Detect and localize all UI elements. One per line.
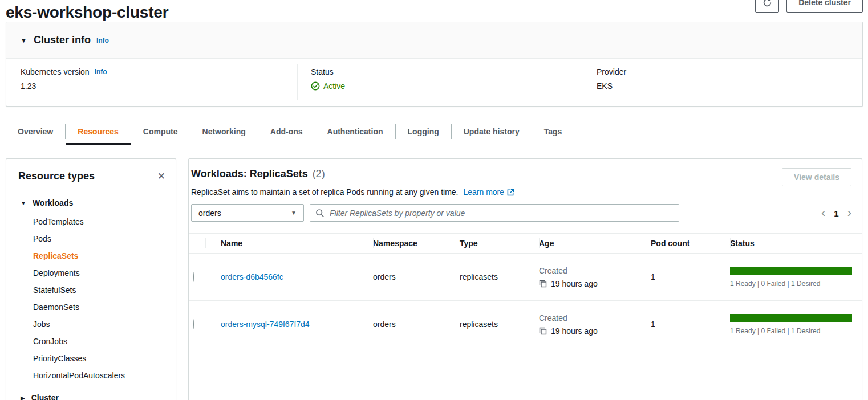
- copy-icon[interactable]: [539, 280, 547, 288]
- chevron-down-icon: ▼: [291, 210, 297, 216]
- page-title: eks-workshop-cluster: [6, 3, 168, 22]
- sidebar-item-statefulsets[interactable]: StatefulSets: [6, 281, 176, 299]
- status-field: Status Active: [311, 67, 345, 91]
- provider-label: Provider: [597, 67, 626, 76]
- chevron-right-icon[interactable]: ›: [847, 207, 851, 219]
- learn-more-link[interactable]: Learn more: [463, 187, 514, 197]
- copy-icon[interactable]: [539, 327, 547, 335]
- status-summary: 1 Ready | 0 Failed | 1 Desired: [730, 327, 852, 335]
- sidebar-item-podtemplates[interactable]: PodTemplates: [6, 213, 176, 230]
- cell-pod-count: 1: [651, 272, 730, 281]
- check-circle-icon: [311, 81, 320, 91]
- status-value: Active: [323, 81, 345, 91]
- sidebar-item-horizontalpodautoscalers[interactable]: HorizontalPodAutoscalers: [6, 367, 176, 384]
- panel-title: Workloads: ReplicaSets: [191, 168, 308, 179]
- cell-type: replicasets: [460, 272, 539, 281]
- replicasets-table: Name Namespace Type Age Pod count Status…: [189, 233, 862, 348]
- namespace-filter-dropdown[interactable]: orders ▼: [191, 204, 304, 222]
- kubernetes-version-info-link[interactable]: Info: [95, 68, 107, 76]
- sidebar-item-daemonsets[interactable]: DaemonSets: [6, 299, 176, 316]
- tree-group-workloads-label: Workloads: [33, 198, 73, 207]
- tree-group-workloads[interactable]: ▼ Workloads: [6, 194, 176, 212]
- close-icon[interactable]: ✕: [156, 170, 167, 182]
- column-header-namespace[interactable]: Namespace: [373, 234, 460, 253]
- chevron-left-icon[interactable]: ‹: [821, 207, 825, 219]
- kubernetes-version-label: Kubernetes version: [21, 67, 90, 76]
- caret-right-icon: ▶: [21, 395, 25, 400]
- resource-types-tree: ▼ Workloads PodTemplates Pods ReplicaSet…: [6, 186, 176, 400]
- view-details-button[interactable]: View details: [782, 168, 851, 186]
- replicasets-panel: Workloads: ReplicaSets (2) View details …: [188, 158, 862, 400]
- age-created-label: Created: [539, 313, 651, 323]
- tab-logging[interactable]: Logging: [396, 119, 451, 145]
- age-created-label: Created: [539, 266, 651, 275]
- refresh-icon: [762, 0, 772, 7]
- sidebar-item-priorityclasses[interactable]: PriorityClasses: [6, 350, 176, 367]
- page-number[interactable]: 1: [834, 209, 838, 218]
- replicaset-name-link[interactable]: orders-d6b4566fc: [221, 272, 283, 281]
- divider: [297, 64, 298, 100]
- status-label: Status: [311, 67, 334, 76]
- cluster-info-info-link[interactable]: Info: [96, 36, 109, 44]
- filter-search-input[interactable]: [328, 208, 674, 218]
- column-header-pod-count[interactable]: Pod count: [651, 234, 730, 253]
- search-icon: [315, 209, 325, 218]
- external-link-icon: [507, 189, 514, 196]
- age-value: 19 hours ago: [551, 326, 598, 336]
- caret-down-icon[interactable]: ▼: [21, 37, 27, 44]
- sidebar-item-deployments[interactable]: Deployments: [6, 264, 176, 281]
- panel-count: (2): [313, 168, 325, 179]
- cell-type: replicasets: [460, 320, 539, 329]
- column-header-name[interactable]: Name: [205, 234, 373, 253]
- tab-networking[interactable]: Networking: [190, 119, 258, 145]
- cluster-info-header[interactable]: ▼ Cluster info Info: [6, 22, 862, 59]
- cluster-tabs: Overview Resources Compute Networking Ad…: [0, 119, 868, 145]
- tab-add-ons[interactable]: Add-ons: [258, 119, 315, 145]
- namespace-filter-value: orders: [198, 209, 221, 218]
- column-header-age[interactable]: Age: [539, 234, 651, 253]
- status-summary: 1 Ready | 0 Failed | 1 Desired: [730, 280, 852, 288]
- tab-compute[interactable]: Compute: [131, 119, 190, 145]
- resource-types-panel: Resource types ✕ ▼ Workloads PodTemplate…: [6, 158, 176, 400]
- cluster-info-title: Cluster info: [34, 34, 91, 46]
- sidebar-item-jobs[interactable]: Jobs: [6, 316, 176, 333]
- refresh-button[interactable]: [755, 0, 779, 13]
- resource-types-title: Resource types: [18, 170, 95, 182]
- replicaset-name-link[interactable]: orders-mysql-749f67f7d4: [221, 320, 310, 329]
- status-badge: Active: [311, 81, 345, 91]
- status-progress-bar: [730, 314, 852, 322]
- age-value: 19 hours ago: [551, 279, 598, 288]
- select-column-header: [189, 234, 205, 253]
- table-header-row: Name Namespace Type Age Pod count Status: [189, 233, 862, 254]
- column-header-type[interactable]: Type: [460, 234, 539, 253]
- provider-value: EKS: [597, 81, 626, 91]
- delete-cluster-button[interactable]: Delete cluster: [786, 0, 863, 13]
- tree-group-cluster[interactable]: ▶ Cluster: [6, 389, 176, 400]
- tab-tags[interactable]: Tags: [532, 119, 574, 145]
- column-header-status[interactable]: Status: [730, 234, 862, 253]
- tree-group-cluster-label: Cluster: [31, 393, 59, 400]
- tab-authentication[interactable]: Authentication: [315, 119, 395, 145]
- learn-more-label: Learn more: [463, 187, 504, 197]
- tab-overview[interactable]: Overview: [6, 119, 65, 145]
- kubernetes-version-value: 1.23: [21, 81, 107, 91]
- sidebar-item-cronjobs[interactable]: CronJobs: [6, 333, 176, 350]
- kubernetes-version-field: Kubernetes version Info 1.23: [21, 67, 107, 91]
- cell-age: Created 19 hours ago: [539, 266, 651, 288]
- table-row: orders-mysql-749f67f7d4 orders replicase…: [189, 301, 862, 348]
- header-actions: Delete cluster: [755, 0, 863, 13]
- cell-namespace: orders: [373, 320, 460, 329]
- sidebar-item-replicasets[interactable]: ReplicaSets: [6, 247, 176, 264]
- row-radio-button[interactable]: [193, 319, 194, 329]
- cell-pod-count: 1: [651, 320, 730, 329]
- tab-resources[interactable]: Resources: [66, 119, 131, 145]
- sidebar-item-pods[interactable]: Pods: [6, 230, 176, 247]
- status-progress-bar: [730, 267, 852, 275]
- tab-update-history[interactable]: Update history: [452, 119, 532, 145]
- row-radio-button[interactable]: [193, 272, 194, 282]
- panel-description: ReplicaSet aims to maintain a set of rep…: [191, 187, 458, 197]
- cell-status: 1 Ready | 0 Failed | 1 Desired: [730, 314, 862, 335]
- cluster-info-card: ▼ Cluster info Info Kubernetes version I…: [6, 22, 863, 107]
- cell-namespace: orders: [373, 272, 460, 281]
- filter-search-box[interactable]: [310, 204, 679, 222]
